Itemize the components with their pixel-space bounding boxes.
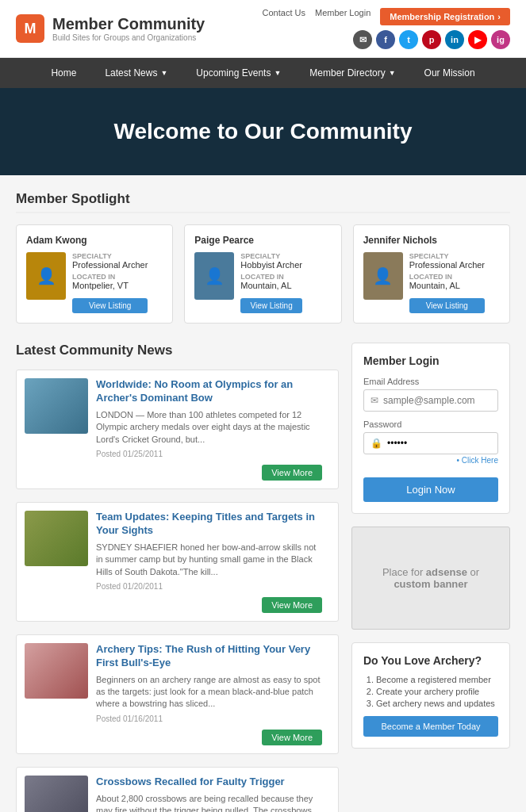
nav-home[interactable]: Home <box>36 58 90 88</box>
login-box: Member Login Email Address ✉ Password 🔒 … <box>351 343 510 514</box>
pinterest-icon[interactable]: p <box>422 30 441 49</box>
view-listing-btn-3[interactable]: View Listing <box>409 298 485 313</box>
view-listing-btn-1[interactable]: View Listing <box>72 298 148 313</box>
content-area: Latest Community News Worldwide: No Room… <box>16 343 510 812</box>
specialty-label-2: Specialty <box>240 252 302 260</box>
header-right: Contact Us Member Login Membership Regis… <box>263 8 510 49</box>
spotlight-card-1: Adam Kwong 👤 Specialty Professional Arch… <box>16 224 173 324</box>
password-label: Password <box>363 419 498 429</box>
specialty-value-3: Professional Archer <box>409 260 485 270</box>
news-article-1: Worldwide: No Room at Olympics for an Ar… <box>16 370 339 489</box>
location-label-3: Located in <box>409 273 485 281</box>
member-photo-3: 👤 <box>363 252 403 300</box>
linkedin-icon[interactable]: in <box>445 30 464 49</box>
location-value-3: Mountain, AL <box>409 281 485 290</box>
nav-upcoming-events[interactable]: Upcoming Events ▼ <box>182 58 295 88</box>
specialty-label-3: Specialty <box>409 252 485 260</box>
location-value-2: Mountain, AL <box>240 281 302 290</box>
news-excerpt-3: Beginners on an archery range are almost… <box>96 674 322 710</box>
news-content-2: Team Updates: Keeping Titles and Targets… <box>96 511 322 613</box>
password-input[interactable] <box>387 438 491 449</box>
registration-button[interactable]: Membership Registration › <box>380 8 510 25</box>
nav-our-mission[interactable]: Our Mission <box>410 58 490 88</box>
news-excerpt-1: LONDON — More than 100 athletes competed… <box>96 409 322 446</box>
password-input-wrapper: 🔒 <box>363 432 498 454</box>
hero-banner: Welcome to Our Community <box>0 88 526 175</box>
login-button[interactable]: Login Now <box>363 477 498 502</box>
login-title: Member Login <box>363 354 498 367</box>
news-thumb-4 <box>25 776 88 812</box>
news-article-3: Archery Tips: The Rush of Hitting Your V… <box>16 634 339 754</box>
view-more-btn-1[interactable]: View More <box>262 465 322 481</box>
news-excerpt-4: About 2,800 crossbows are being recalled… <box>96 793 322 812</box>
news-excerpt-2: SYDNEY SHAEFIER honed her bow-and-arrow … <box>96 542 322 578</box>
news-thumb-2 <box>25 511 88 566</box>
site-name: Member Community <box>52 15 205 33</box>
nav-latest-news[interactable]: Latest News ▼ <box>90 58 182 88</box>
password-form-group: Password 🔒 • Click Here <box>363 419 498 465</box>
lock-icon: 🔒 <box>371 438 382 449</box>
location-label-2: Located in <box>240 273 302 281</box>
facebook-icon[interactable]: f <box>376 30 395 49</box>
spotlight-grid: Adam Kwong 👤 Specialty Professional Arch… <box>16 224 510 324</box>
archery-box: Do You Love Archery? Become a registered… <box>351 642 510 749</box>
forgot-link[interactable]: • Click Here <box>363 456 498 465</box>
archery-box-title: Do You Love Archery? <box>363 654 498 667</box>
news-thumb-3 <box>25 643 88 699</box>
email-form-group: Email Address ✉ <box>363 377 498 412</box>
news-posted-1: Posted 01/25/2011 <box>96 449 322 460</box>
email-input-wrapper: ✉ <box>363 389 498 412</box>
email-label: Email Address <box>363 377 498 386</box>
site-tagline: Build Sites for Groups and Organizations <box>52 33 205 42</box>
member-name-1: Adam Kwong <box>26 235 163 246</box>
news-content-1: Worldwide: No Room at Olympics for an Ar… <box>96 378 322 481</box>
member-name-3: Jennifer Nichols <box>363 235 500 246</box>
email-input[interactable] <box>383 395 491 406</box>
news-content-4: Crossbows Recalled for Faulty Trigger Ab… <box>96 776 322 812</box>
logo-text: Member Community Build Sites for Groups … <box>52 15 205 42</box>
email-social-icon[interactable]: ✉ <box>353 30 372 49</box>
specialty-value-2: Hobbyist Archer <box>240 260 302 270</box>
news-thumb-1 <box>25 378 88 434</box>
member-photo-1: 👤 <box>26 252 66 300</box>
instagram-icon[interactable]: ig <box>491 30 510 49</box>
logo-area: M Member Community Build Sites for Group… <box>16 14 205 43</box>
archery-steps: Become a registered member Create your a… <box>363 675 498 708</box>
view-listing-btn-2[interactable]: View Listing <box>240 298 302 313</box>
location-value-1: Montpelier, VT <box>72 281 148 290</box>
twitter-icon[interactable]: t <box>399 30 418 49</box>
location-label-1: Located in <box>72 273 148 281</box>
news-content-3: Archery Tips: The Rush of Hitting Your V… <box>96 643 322 745</box>
view-more-btn-2[interactable]: View More <box>262 597 322 613</box>
news-title: Latest Community News <box>16 343 339 358</box>
hero-title: Welcome to Our Community <box>114 119 413 144</box>
nav-dropdown-arrow: ▼ <box>274 69 281 77</box>
spotlight-section: Member Spotlight Adam Kwong 👤 Specialty … <box>16 191 510 324</box>
news-article-2: Team Updates: Keeping Titles and Targets… <box>16 502 339 622</box>
news-posted-3: Posted 01/16/2011 <box>96 714 322 725</box>
specialty-value-1: Professional Archer <box>72 260 148 270</box>
news-headline-1: Worldwide: No Room at Olympics for an Ar… <box>96 378 322 405</box>
news-section: Latest Community News Worldwide: No Room… <box>16 343 339 812</box>
member-login-link[interactable]: Member Login <box>315 8 371 25</box>
youtube-icon[interactable]: ▶ <box>468 30 487 49</box>
header-links: Contact Us Member Login Membership Regis… <box>263 8 510 25</box>
spotlight-title: Member Spotlight <box>16 191 510 213</box>
archery-step-1: Become a registered member <box>376 675 498 684</box>
contact-us-link[interactable]: Contact Us <box>263 8 305 25</box>
sidebar: Member Login Email Address ✉ Password 🔒 … <box>351 343 510 812</box>
member-photo-2: 👤 <box>194 252 234 300</box>
news-article-4: Crossbows Recalled for Faulty Trigger Ab… <box>16 767 339 812</box>
view-more-btn-3[interactable]: View More <box>262 730 322 745</box>
news-headline-2: Team Updates: Keeping Titles and Targets… <box>96 511 322 538</box>
archery-step-2: Create your archery profile <box>376 687 498 696</box>
become-member-button[interactable]: Become a Member Today <box>363 716 498 737</box>
member-name-2: Paige Pearce <box>194 235 331 246</box>
nav-dropdown-arrow: ▼ <box>160 69 167 77</box>
nav-member-directory[interactable]: Member Directory ▼ <box>295 58 409 88</box>
arrow-icon: › <box>497 12 501 21</box>
logo-icon: M <box>16 14 44 43</box>
specialty-label-1: Specialty <box>72 252 148 260</box>
news-posted-2: Posted 01/20/2011 <box>96 581 322 592</box>
nav-dropdown-arrow: ▼ <box>389 69 396 77</box>
